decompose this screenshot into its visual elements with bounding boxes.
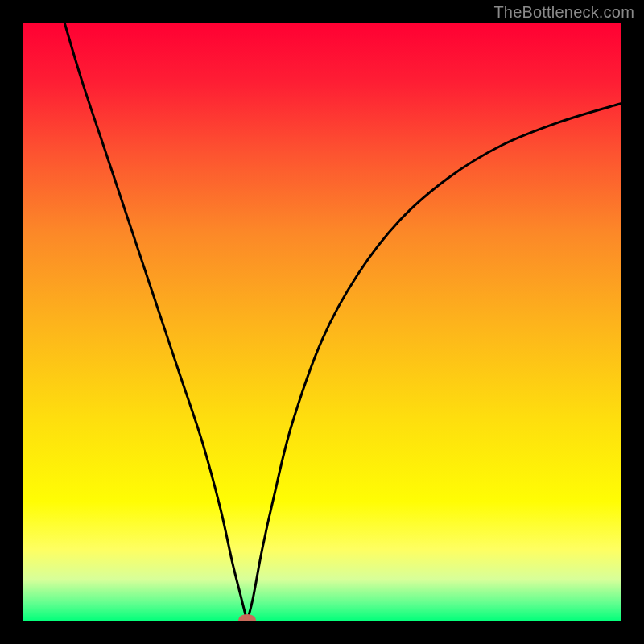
curve-right-branch (247, 103, 621, 621)
curve-left-branch (64, 23, 247, 621)
min-marker (238, 614, 256, 621)
plot-area (23, 23, 621, 621)
watermark-text: TheBottleneck.com (493, 3, 634, 22)
bottleneck-curve (23, 23, 621, 621)
chart-container: TheBottleneck.com (0, 0, 644, 644)
